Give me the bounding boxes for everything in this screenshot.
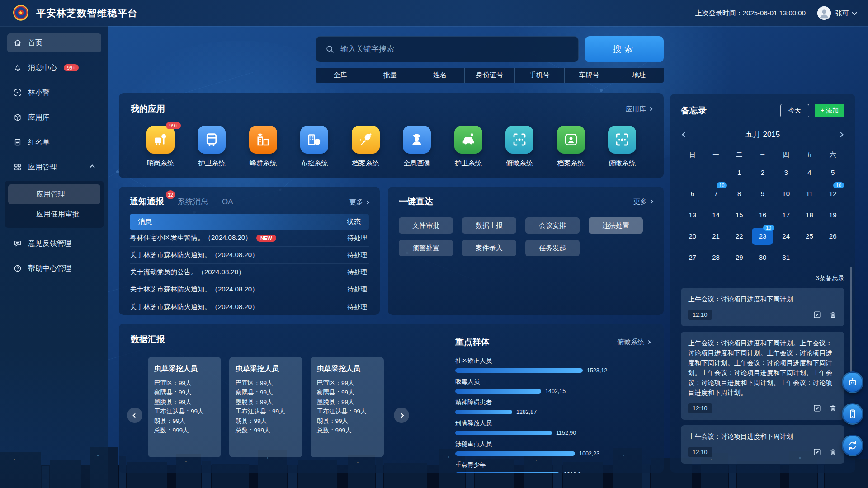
avatar[interactable] [817,6,831,20]
user-name[interactable]: 张可 [835,9,849,18]
app-item-0[interactable]: 99+哨岗系统 [138,126,183,168]
calendar-day-19[interactable]: 19 [821,204,844,225]
calendar-day-13[interactable]: 13 [681,204,704,225]
notice-row-3[interactable]: 关于林芝市森林防火通知。（2024.08.20）待处理 [130,281,369,298]
edit-memo-icon[interactable] [813,404,821,413]
calendar-day-28[interactable]: 28 [704,247,728,268]
calendar-day-8[interactable]: 8 [727,183,751,204]
sidebar-item-appmgmt[interactable]: 应用管理 [7,158,101,177]
calendar-day-2[interactable]: 2 [751,162,774,183]
sidebar-item-home[interactable]: 首页 [7,33,101,52]
delete-memo-icon[interactable] [829,448,837,456]
calendar-day-15[interactable]: 15 [727,204,751,225]
tab-system-messages[interactable]: 系统消息 [178,197,208,207]
calendar-day-7[interactable]: 710 [704,183,728,204]
sync-float-button[interactable] [842,435,863,456]
search-filter-tab-0[interactable]: 全库 [316,68,365,83]
app-item-1[interactable]: 护卫系统 [189,126,234,168]
notice-row-1[interactable]: 关于林芝市森林防火通知。（2024.08.20）待处理 [130,247,369,264]
calendar-day-18[interactable]: 18 [798,204,821,225]
calendar-day-21[interactable]: 21 [704,225,728,247]
app-item-7[interactable]: 俯瞰系统 [497,126,542,168]
calendar-day-16[interactable]: 16 [751,204,774,225]
calendar-day-14[interactable]: 14 [704,204,728,225]
search-filter-tab-1[interactable]: 批量 [365,68,415,83]
calendar-day-30[interactable]: 30 [751,247,774,268]
notice-row-2[interactable]: 关于流动党员的公告。（2024.08.20）待处理 [130,264,369,281]
calendar-day-6[interactable]: 6 [681,183,704,204]
calendar-day-26[interactable]: 26 [821,225,844,247]
quick-button-0[interactable]: 文件审批 [399,217,453,234]
add-memo-button[interactable]: + 添加 [815,104,844,117]
search-input[interactable] [340,45,569,54]
report-card-1[interactable]: 虫草采挖人员巴宜区：99人察隅县：99人墨脱县：99人工布江达县：99人朗县：9… [229,357,302,457]
report-card-2[interactable]: 虫草采挖人员巴宜区：99人察隅县：99人墨脱县：99人工布江达县：99人朗县：9… [311,357,384,457]
search-filter-tab-4[interactable]: 手机号 [515,68,565,83]
sidebar-item-feedback[interactable]: 意见反馈管理 [7,234,101,253]
sidebar-subitem-1[interactable]: 应用使用审批 [8,204,100,224]
calendar-day-1[interactable]: 1 [727,162,751,183]
delete-memo-icon[interactable] [829,404,837,413]
calendar-day-10[interactable]: 10 [774,183,798,204]
robot-float-button[interactable] [842,371,863,393]
notice-row-4[interactable]: 关于林芝市森林防火通知。（2024.08.20）待处理 [130,298,369,315]
chevron-down-icon[interactable] [852,10,857,15]
sidebar-item-help[interactable]: 帮助中心管理 [7,259,101,278]
app-item-6[interactable]: 护卫系统 [446,126,491,168]
calendar-day-20[interactable]: 20 [681,225,704,247]
sidebar-subitem-0[interactable]: 应用管理 [8,184,100,204]
carousel-prev-button[interactable] [127,408,142,423]
calendar-day-12[interactable]: 1210 [821,183,844,204]
edit-memo-icon[interactable] [813,448,821,456]
quick-button-1[interactable]: 数据上报 [462,217,516,234]
calendar-day-4[interactable]: 4 [798,162,821,183]
sidebar-item-police[interactable]: 林小警 [7,83,101,102]
app-item-9[interactable]: 俯瞰系统 [599,126,645,168]
edit-memo-icon[interactable] [813,310,821,319]
quick-button-2[interactable]: 会议安排 [525,217,580,234]
quick-button-5[interactable]: 案件录入 [462,240,516,256]
phone-float-button[interactable] [842,403,863,425]
calendar-next-month-button[interactable] [837,128,844,140]
calendar-day-5[interactable]: 5 [821,162,844,183]
calendar-day-27[interactable]: 27 [681,247,704,268]
app-item-8[interactable]: 档案系统 [548,126,594,168]
calendar-day-31[interactable]: 31 [774,247,798,268]
sidebar-item-redlist[interactable]: 红名单 [7,133,101,152]
calendar-day-23[interactable]: 2310 [751,225,774,247]
quick-access-more-link[interactable]: 更多 [633,197,653,206]
notice-row-0[interactable]: 粤林住宅小区发生警情。（2024.08.20）NEW待处理 [130,230,369,247]
calendar-day-11[interactable]: 11 [798,183,821,204]
notices-more-link[interactable]: 更多 [349,198,369,206]
quick-button-3[interactable]: 违法处置 [589,217,643,234]
sidebar-item-message[interactable]: 消息中心99+ [7,58,101,77]
app-item-3[interactable]: 布控系统 [292,126,337,168]
calendar-day-3[interactable]: 3 [774,162,798,183]
calendar-prev-month-button[interactable] [681,128,688,140]
search-button[interactable]: 搜索 [585,36,664,62]
quick-button-6[interactable]: 任务发起 [525,240,580,256]
calendar-day-29[interactable]: 29 [727,247,751,268]
app-item-2[interactable]: 蜂群系统 [241,126,286,168]
report-card-0[interactable]: 虫草采挖人员巴宜区：99人察隅县：99人墨脱县：99人工布江达县：99人朗县：9… [148,357,221,457]
tab-oa[interactable]: OA [222,197,233,206]
calendar-day-25[interactable]: 25 [798,225,821,247]
search-filter-tab-6[interactable]: 地址 [614,68,664,83]
app-item-5[interactable]: 全息画像 [394,126,439,168]
calendar-day-24[interactable]: 24 [774,225,798,247]
delete-memo-icon[interactable] [829,310,837,319]
carousel-next-button[interactable] [394,408,409,423]
app-item-4[interactable]: 档案系统 [343,126,388,168]
search-filter-tab-3[interactable]: 身份证号 [465,68,514,83]
tab-notices[interactable]: 通知通报 12 [130,196,164,207]
quick-button-4[interactable]: 预警处置 [399,240,453,256]
memo-scrollbar[interactable] [850,267,852,387]
search-filter-tab-5[interactable]: 车牌号 [565,68,614,83]
calendar-day-17[interactable]: 17 [774,204,798,225]
today-button[interactable]: 今天 [780,104,809,117]
calendar-day-9[interactable]: 9 [751,183,774,204]
app-library-link[interactable]: 应用库 [626,105,652,113]
search-filter-tab-2[interactable]: 姓名 [415,68,465,83]
overview-system-link[interactable]: 俯瞰系统 [617,338,650,347]
calendar-day-22[interactable]: 22 [727,225,751,247]
